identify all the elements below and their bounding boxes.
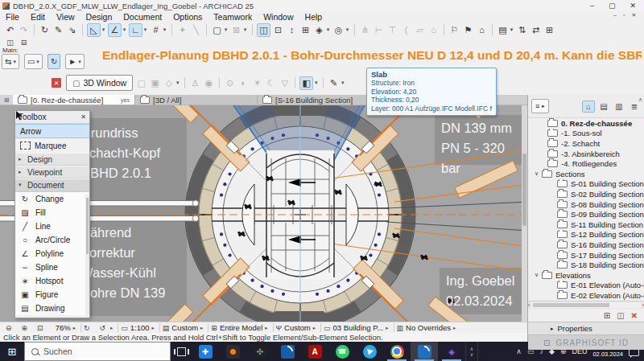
undo-icon[interactable]: ↶ — [4, 23, 16, 36]
dropdown-icon[interactable]: ▾ — [345, 23, 350, 36]
separator[interactable] — [295, 77, 295, 88]
toolbox-group[interactable]: ▸ Viewpoint — [15, 166, 89, 178]
hotlink-module-icon[interactable]: ◫ — [4, 39, 16, 47]
project-map-icon[interactable]: ⌂ — [582, 101, 595, 113]
solid-operations-icon[interactable]: ◈ — [313, 23, 325, 36]
grid-snap-icon[interactable]: # — [150, 23, 162, 36]
cutting-plane-icon[interactable]: ▽ — [279, 76, 291, 89]
task-view-button[interactable] — [171, 342, 192, 361]
close-tab-icon[interactable]: yes — [121, 97, 130, 103]
split-icon[interactable]: ⋔ — [359, 23, 371, 36]
copy-up-icon[interactable]: ⇅ — [516, 23, 528, 36]
axonometry-icon[interactable]: ▣ — [149, 76, 161, 89]
flag-black-icon[interactable]: ⚑ — [462, 23, 474, 36]
redo-icon[interactable]: ↷ — [18, 23, 30, 36]
home-story-icon[interactable]: ⌂ — [476, 23, 488, 36]
separator[interactable] — [444, 24, 444, 35]
lock-icon[interactable]: ⊠ — [230, 23, 242, 36]
separator[interactable] — [184, 77, 185, 88]
adjust-icon[interactable]: ⊢ — [373, 23, 385, 36]
drawing-canvas[interactable]: Grundriss Schacht-Kopf DBHD 2.0.1 währen… — [0, 105, 527, 322]
nav-item[interactable]: ∨ -4. Rotliegendes — [528, 158, 644, 169]
separator[interactable] — [34, 24, 35, 35]
nav-item[interactable]: ∨ -3. Absinkbereich — [528, 149, 644, 159]
orbit-icon[interactable]: ◉ — [203, 76, 215, 89]
walk-icon[interactable]: ♙ — [189, 76, 201, 89]
doc-restore-button[interactable]: ▫ — [623, 12, 625, 18]
layout-book-icon[interactable]: ▥ — [613, 101, 625, 113]
dropdown-icon[interactable]: ▾ — [340, 76, 345, 89]
drawing-tool[interactable]: ▤ Drawing — [15, 302, 89, 315]
app-recorder[interactable] — [219, 342, 246, 361]
taskbar-scroll-buttons[interactable]: ∧∨ — [465, 342, 478, 361]
canvas-vertical-scrollbar[interactable] — [522, 105, 527, 322]
nav-item[interactable]: ∨ S-11 Building Section (Auto- — [528, 219, 644, 230]
measure-icon[interactable]: ╲ — [190, 23, 202, 36]
nav-item[interactable]: ∨ -1. Sous-sol — [528, 129, 644, 139]
app-archicad[interactable] — [411, 342, 438, 361]
arrow-tool-button[interactable]: ► ▾ — [65, 54, 84, 69]
sun-icon[interactable]: ☀ — [251, 76, 263, 89]
app-bimx[interactable] — [274, 342, 301, 361]
stretch-icon[interactable]: ↕ — [286, 23, 298, 36]
separator[interactable] — [171, 24, 172, 35]
fill-tool[interactable]: ▨ Fill — [15, 206, 89, 219]
nav-item[interactable]: ∨ Elevations — [528, 270, 644, 281]
shadow-icon[interactable]: ◐ — [237, 76, 250, 89]
separator[interactable] — [219, 77, 220, 88]
perspective-icon[interactable]: ⊙ — [224, 76, 236, 89]
clone-folder-icon[interactable]: ⊞ — [604, 311, 610, 320]
nav-item[interactable]: ∨ E-01 Elevation (Auto-rebuild — [528, 281, 644, 291]
check-model-icon[interactable]: ◎ — [332, 23, 345, 36]
menu-item[interactable]: Teamwork — [208, 12, 258, 22]
menu-item[interactable]: File — [0, 12, 25, 22]
rotate-view-button[interactable]: ↻ ▾ — [47, 54, 60, 69]
app-geforce[interactable]: ✣ — [246, 342, 274, 361]
resize-icon[interactable]: ▱ — [414, 23, 426, 36]
arc-circle-tool[interactable]: ○ Arc/Circle — [15, 233, 89, 247]
dropdown-icon[interactable]: ▾ — [175, 76, 180, 89]
app-affinity[interactable]: ◈ — [438, 342, 465, 361]
nav-item[interactable]: ∨ S-09 Building Section (Auto- — [528, 209, 644, 219]
dropdown-icon[interactable]: ▾ — [325, 23, 331, 36]
spline-tool[interactable]: ∼ Spline — [15, 260, 89, 274]
close-button[interactable]: ✕ — [630, 2, 636, 10]
nav-item[interactable]: ∨ -2. Schacht — [528, 138, 644, 149]
front-view-icon[interactable]: ▢ — [135, 76, 147, 89]
model-view-dropdown[interactable]: ⊞ Entire Model ▸ — [208, 323, 270, 332]
separator[interactable] — [206, 24, 207, 35]
snap-points-icon[interactable]: ∟ — [129, 23, 142, 37]
flag-white-icon[interactable]: ⚐ — [448, 23, 460, 36]
menu-item[interactable]: Document — [118, 12, 167, 22]
view-tab[interactable]: [S-16 Building Section] — [258, 95, 380, 105]
new-viewpoint-icon[interactable]: ◫ — [617, 311, 624, 320]
zoom-out-button[interactable]: ⊖ ▸ — [3, 324, 17, 332]
taskbar-search-input[interactable]: Suchen — [24, 342, 171, 361]
snap-guides-icon[interactable]: ∠ — [108, 23, 122, 37]
dropdown-icon[interactable]: ▾ — [313, 76, 319, 89]
scroll-up-icon[interactable]: ∧ — [638, 96, 642, 103]
xref-icon[interactable]: ⊟ — [18, 39, 30, 47]
minimize-button[interactable]: – — [590, 2, 594, 10]
dropdown-icon[interactable]: ▾ — [509, 23, 514, 36]
app-telegram[interactable] — [356, 342, 383, 361]
polyline-tool[interactable]: ∠ Polyline — [15, 247, 89, 260]
explode-icon[interactable]: ⊞ — [299, 23, 312, 36]
dropdown-icon[interactable]: ▾ — [242, 23, 248, 36]
grid-system-icon[interactable]: ⊞ — [543, 23, 555, 36]
pickup-parameters-icon[interactable]: ✎ — [52, 23, 64, 36]
fillet-icon[interactable]: ( — [400, 23, 412, 36]
arrow-tool[interactable]: Arrow — [15, 124, 89, 138]
story-settings-icon[interactable]: ▤ — [497, 23, 509, 36]
close-icon[interactable]: ✕ — [80, 113, 86, 121]
nav-item[interactable]: ∨ S-17 Building Section (Auto- — [528, 250, 644, 260]
toolbox-group[interactable]: ▸ Design — [15, 153, 89, 166]
doc-minimize-button[interactable]: – — [613, 12, 617, 18]
separator[interactable] — [323, 77, 324, 88]
3d-style-icon[interactable]: ◧ — [299, 76, 313, 90]
projection-icon[interactable]: ◇ — [163, 76, 175, 89]
dropdown-icon[interactable]: ▾ — [122, 23, 127, 36]
app-acrobat[interactable]: A — [301, 342, 328, 361]
nav-item[interactable]: ∨ S-16 Building Section (Auto- — [528, 240, 644, 250]
orbit-button[interactable]: ↻ ▸ — [80, 324, 95, 332]
